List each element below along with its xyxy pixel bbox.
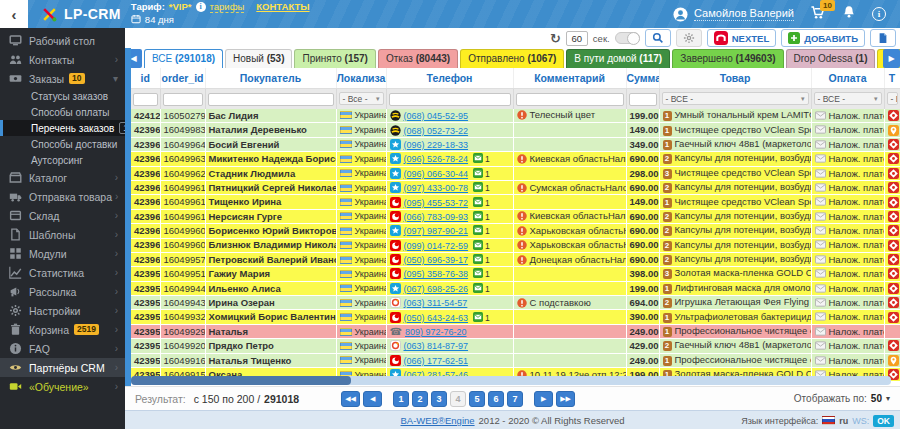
phone-link[interactable]: (063) 814-87-97 bbox=[404, 341, 469, 351]
phone-link[interactable]: (096) 526-78-24 bbox=[404, 154, 469, 164]
help-button[interactable]: i bbox=[872, 7, 886, 21]
table-row[interactable]: 42412516050279611Бас ЛидияУкраина(068) 0… bbox=[131, 109, 900, 123]
tab-новый[interactable]: Новый (53) bbox=[225, 49, 292, 68]
table-row[interactable]: 42396616049962543Стадник ЛюдмилаУкраина(… bbox=[131, 166, 900, 180]
tab-drop-odessa[interactable]: Drop Odessa (1) bbox=[786, 49, 876, 68]
phone-link[interactable]: (096) 229-18-33 bbox=[404, 140, 469, 150]
table-row[interactable]: 42396816049964724Босий ЕвгенийУкраина(09… bbox=[131, 137, 900, 151]
page-button-1[interactable]: 1 bbox=[393, 391, 409, 407]
scrollbar-thumb[interactable] bbox=[131, 376, 351, 385]
filter-input-Покупатель[interactable] bbox=[208, 93, 334, 106]
column-header-Телефон[interactable]: Телефон bbox=[386, 68, 513, 88]
phone-link[interactable]: (066) 783-09-93 bbox=[404, 212, 469, 222]
column-header-Локализация[interactable]: Локализация bbox=[336, 68, 386, 88]
sidebar-subitem[interactable]: Статусы заказов bbox=[0, 88, 125, 104]
phone-link[interactable]: (050) 643-24-63 bbox=[404, 313, 469, 323]
phone-link[interactable]: (095) 358-76-38 bbox=[404, 269, 469, 279]
contacts-link[interactable]: КОНТАКТЫ bbox=[256, 2, 309, 12]
phone-link[interactable]: (063) 311-54-57 bbox=[404, 298, 468, 308]
auto-refresh-toggle[interactable] bbox=[615, 32, 640, 44]
phone-link[interactable]: (099) 014-72-59 bbox=[404, 241, 469, 251]
sidebar-subitem[interactable]: Способы оплаты bbox=[0, 104, 125, 120]
page-button-2[interactable]: 2 bbox=[412, 391, 428, 407]
column-header-order_id[interactable]: order_id bbox=[160, 68, 205, 88]
engine-link[interactable]: BA-WEB®Engine bbox=[401, 415, 475, 426]
sidebar-item-faq[interactable]: FAQ› bbox=[0, 339, 125, 358]
sidebar-item-modules[interactable]: Модули› bbox=[0, 244, 125, 263]
sidebar-collapse-button[interactable]: ‹ bbox=[0, 0, 28, 28]
filter-input-Комментарий[interactable] bbox=[516, 93, 624, 106]
table-row[interactable]: 42396916049983078Наталия ДеревенькоУкраи… bbox=[131, 123, 900, 137]
column-header-Сумма[interactable]: Сумма bbox=[626, 68, 659, 88]
tariff-info-icon[interactable]: i bbox=[196, 2, 206, 12]
previous-page-button[interactable]: ◀ bbox=[363, 391, 382, 407]
sidebar-subitem[interactable]: Перечень заказов10 bbox=[0, 120, 125, 136]
sidebar-item-training[interactable]: «Обучение»› bbox=[0, 377, 125, 396]
tab-отказ[interactable]: Отказ (80443) bbox=[378, 49, 458, 68]
phone-link[interactable]: (068) 045-52-95 bbox=[404, 111, 469, 121]
table-row[interactable]: 42395716049943531Ирина ОзеранУкраина(063… bbox=[131, 296, 900, 310]
tab-завершено[interactable]: Завершено (149603) bbox=[672, 49, 783, 68]
filter-select-Товар[interactable]: - ВСЕ -▾ bbox=[662, 92, 809, 105]
nextel-button[interactable]: NEXTEL bbox=[707, 29, 776, 47]
page-button-6[interactable]: 6 bbox=[488, 391, 504, 407]
refresh-icon[interactable]: ↻ bbox=[550, 32, 561, 45]
sidebar-item-desktop[interactable]: Рабочий стол bbox=[0, 31, 125, 50]
table-row[interactable]: 42395416049920367Прядко ПетроУкраина(063… bbox=[131, 339, 900, 353]
phone-link[interactable]: (050) 696-39-17 bbox=[404, 255, 469, 265]
sidebar-item-templates[interactable]: Шаблоны› bbox=[0, 225, 125, 244]
column-header-Оплата[interactable]: Оплата bbox=[811, 68, 884, 88]
sidebar-item-stats[interactable]: Статистика› bbox=[0, 263, 125, 282]
sidebar-item-partners[interactable]: Партнёры CRM› bbox=[0, 358, 125, 377]
table-row[interactable]: 42396216049960594Борисенко Юрий Викторов… bbox=[131, 224, 900, 238]
app-logo[interactable]: LP-CRM bbox=[28, 6, 131, 23]
filter-select-Т[interactable]: - ВСЕ -▾ bbox=[887, 92, 898, 105]
tab-все[interactable]: ВСЕ (291018) bbox=[144, 49, 223, 68]
add-order-button[interactable]: ДОБАВИТЬ bbox=[781, 29, 865, 47]
table-row[interactable]: 42396716049963362Микитенко Надежда Борис… bbox=[131, 152, 900, 166]
sidebar-subitem[interactable]: Способы доставки bbox=[0, 136, 125, 152]
settings-button[interactable] bbox=[676, 29, 702, 47]
sidebar-item-shipping[interactable]: Отправка товара› bbox=[0, 187, 125, 206]
sidebar-item-settings[interactable]: Настройки› bbox=[0, 301, 125, 320]
tariffs-link[interactable]: тарифы bbox=[210, 2, 245, 13]
phone-link[interactable]: (097) 987-90-21 bbox=[404, 226, 469, 236]
table-row[interactable]: 42396016049957299Петровский Валерий Иван… bbox=[131, 252, 900, 266]
filter-input-Сумма[interactable] bbox=[629, 93, 657, 106]
user-menu[interactable]: Самойлов Валерий bbox=[673, 7, 794, 22]
filter-input-order_id[interactable] bbox=[163, 93, 203, 106]
sidebar-subitem[interactable]: Аутсорсинг bbox=[0, 152, 125, 168]
tab-в-пути-домой[interactable]: В пути домой (117) bbox=[566, 49, 670, 68]
horizontal-scrollbar[interactable] bbox=[131, 376, 891, 385]
last-page-button[interactable]: ▶▶ bbox=[556, 391, 575, 407]
tabs-scroll-right-button[interactable]: ▶ bbox=[883, 49, 900, 68]
page-button-7[interactable]: 7 bbox=[507, 391, 523, 407]
filter-input-Телефон[interactable] bbox=[389, 93, 511, 106]
next-page-button[interactable]: ▶ bbox=[534, 391, 553, 407]
column-header-id[interactable]: id bbox=[131, 68, 160, 88]
filter-input-id[interactable] bbox=[133, 93, 158, 106]
sidebar-item-contacts[interactable]: Контакты› bbox=[0, 50, 125, 69]
column-header-Комментарий[interactable]: Комментарий bbox=[513, 68, 626, 88]
page-button-5[interactable]: 5 bbox=[469, 391, 485, 407]
sidebar-item-mailing[interactable]: Рассылка› bbox=[0, 282, 125, 301]
table-row[interactable]: 42395516049929961НатальяУкраина☎809) 972… bbox=[131, 324, 900, 338]
notifications-button[interactable] bbox=[842, 5, 856, 23]
column-header-Товар[interactable]: Товар bbox=[659, 68, 811, 88]
sidebar-item-trash[interactable]: Корзина2519› bbox=[0, 320, 125, 339]
phone-link[interactable]: (097) 433-00-78 bbox=[404, 183, 469, 193]
sidebar-item-catalog[interactable]: Каталог› bbox=[0, 168, 125, 187]
per-page-select[interactable]: Отображать по: 50 ▾ bbox=[794, 393, 890, 404]
column-header-Покупатель[interactable]: Покупатель bbox=[205, 68, 336, 88]
export-button[interactable] bbox=[870, 29, 896, 47]
phone-link[interactable]: (096) 066-30-44 bbox=[404, 169, 469, 179]
language-value[interactable]: ru bbox=[839, 416, 848, 426]
table-row[interactable]: 42395816049944331Ильенко АлисаУкраина(06… bbox=[131, 281, 900, 295]
filter-select-Оплата[interactable]: - ВСЕ -▾ bbox=[814, 92, 882, 105]
first-page-button[interactable]: ◀◀ bbox=[341, 391, 360, 407]
table-row[interactable]: 42396316049961034Нерсисян ГургеУкраина(0… bbox=[131, 209, 900, 223]
table-row[interactable]: 42396516049961380Пятницкий Сергей Никола… bbox=[131, 180, 900, 194]
refresh-interval-input[interactable] bbox=[566, 31, 588, 46]
page-button-3[interactable]: 3 bbox=[431, 391, 447, 407]
tab-отправлено[interactable]: Отправлено (1067) bbox=[460, 49, 564, 68]
